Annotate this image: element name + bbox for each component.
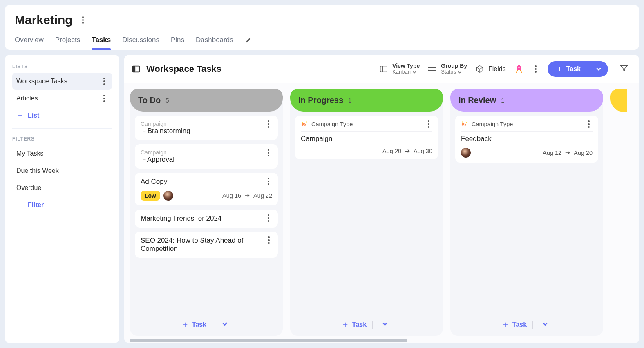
task-card[interactable]: Campaign└ Approval (135, 144, 278, 169)
card-dates: Aug 16Aug 22 (222, 192, 272, 199)
card-menu-icon[interactable] (585, 120, 593, 128)
filter-button[interactable] (616, 60, 632, 77)
fields-button[interactable]: Fields (475, 65, 506, 74)
column-body: Campaign└ BrainstormingCampaign└ Approva… (130, 112, 283, 313)
column-header[interactable]: In Review1 (450, 89, 603, 112)
cube-icon (475, 65, 484, 74)
card-title: Marketing Trends for 2024 (141, 214, 221, 223)
column-add-task-dropdown[interactable] (378, 319, 391, 330)
task-card[interactable]: Campaign TypeCampaignAug 20Aug 30 (295, 116, 438, 159)
group-by-label: Group By (441, 62, 467, 69)
board-column: In Review1Campaign TypeFeedbackAug 12Aug… (450, 89, 603, 336)
edit-tabs-icon[interactable] (245, 36, 252, 44)
column-add-task[interactable]: Task (502, 321, 527, 328)
card-menu-icon[interactable] (265, 120, 272, 128)
sidebar-list-item[interactable]: Workspace Tasks (12, 73, 112, 90)
column-add-task[interactable]: Task (181, 321, 206, 328)
column-header[interactable]: In Progress1 (290, 89, 443, 112)
sidebar-filter-item[interactable]: My Tasks (12, 145, 112, 162)
sidebar-filters-heading: FILTERS (12, 136, 112, 142)
new-task-button-group: Task (548, 61, 608, 77)
priority-pill: Low (141, 191, 160, 201)
add-filter-label: Filter (28, 201, 44, 209)
sidebar-filter-label: Due this Week (16, 167, 59, 174)
card-parent: Campaign (141, 120, 190, 127)
column-body: Campaign TypeCampaignAug 20Aug 30 (290, 112, 443, 313)
page-menu-icon[interactable] (79, 16, 87, 24)
column-add-task-dropdown[interactable] (218, 319, 231, 330)
plus-icon (16, 112, 24, 119)
tab-projects[interactable]: Projects (55, 36, 80, 50)
toolbar-more-icon[interactable] (532, 65, 539, 73)
arrow-right-icon (405, 148, 410, 154)
column-title: To Do (138, 96, 161, 105)
view-type-selector[interactable]: View Type Kanban (379, 62, 420, 75)
column-add-task[interactable]: Task (342, 321, 367, 328)
chevron-down-icon (382, 321, 388, 327)
arrow-right-icon (565, 150, 570, 156)
card-title: └ Approval (141, 156, 174, 164)
kanban-icon (379, 65, 388, 74)
handshake-icon (301, 120, 308, 128)
board-panel: Workspace Tasks View Type Kanban (124, 55, 639, 343)
card-tag: Campaign Type (311, 121, 353, 127)
board-title: Workspace Tasks (146, 64, 221, 74)
tab-dashboards[interactable]: Dashboards (196, 36, 233, 50)
task-card[interactable]: Ad CopyLowAug 16Aug 22 (135, 173, 278, 205)
card-menu-icon[interactable] (265, 214, 272, 222)
card-menu-icon[interactable] (265, 149, 272, 156)
sidebar-list-item[interactable]: Articles (12, 90, 112, 107)
add-list-label: List (28, 112, 39, 119)
card-dates: Aug 12Aug 20 (543, 149, 593, 156)
board-toolbar: Workspace Tasks View Type Kanban (124, 55, 639, 83)
list-item-menu-icon[interactable] (101, 78, 108, 85)
task-card[interactable]: SEO 2024: How to Stay Ahead of Competiti… (135, 232, 278, 258)
column-add-task-label: Task (192, 321, 206, 328)
group-by-selector[interactable]: Group By Status (428, 62, 467, 75)
column-header[interactable] (610, 89, 627, 112)
collapse-sidebar-icon[interactable] (132, 65, 141, 74)
sidebar-filter-item[interactable]: Due this Week (12, 162, 112, 179)
new-task-dropdown[interactable] (589, 61, 608, 77)
handshake-icon (461, 120, 468, 128)
tab-tasks[interactable]: Tasks (92, 36, 111, 50)
plus-icon (181, 321, 189, 328)
card-menu-icon[interactable] (425, 120, 432, 128)
card-menu-icon[interactable] (266, 236, 272, 244)
svg-point-5 (518, 67, 519, 68)
sidebar-filter-label: Overdue (16, 184, 41, 192)
add-list-button[interactable]: List (12, 107, 112, 124)
rocket-icon[interactable] (514, 64, 524, 74)
column-footer: Task (450, 313, 603, 336)
new-task-label: Task (566, 65, 581, 73)
board-column: In Progress1Campaign TypeCampaignAug 20A… (290, 89, 443, 336)
card-end-date: Aug 22 (253, 192, 272, 199)
task-card[interactable]: Marketing Trends for 2024 (135, 210, 278, 228)
tab-pins[interactable]: Pins (171, 36, 184, 50)
card-tag: Campaign Type (472, 121, 513, 127)
column-add-task-label: Task (352, 321, 367, 328)
list-item-menu-icon[interactable] (101, 95, 108, 102)
column-add-task-dropdown[interactable] (539, 319, 552, 330)
assignee-avatar[interactable] (163, 191, 173, 201)
board-columns[interactable]: To Do5Campaign└ BrainstormingCampaign└ A… (124, 83, 639, 339)
task-card[interactable]: Campaign TypeFeedbackAug 12Aug 20 (455, 116, 598, 163)
task-card[interactable]: Campaign└ Brainstorming (135, 116, 278, 140)
column-title: In Progress (298, 96, 343, 105)
arrow-right-icon (244, 193, 250, 199)
column-header[interactable]: To Do5 (130, 89, 283, 112)
tab-overview[interactable]: Overview (15, 36, 44, 50)
group-by-value: Status (441, 69, 456, 75)
horizontal-scrollbar[interactable] (124, 339, 639, 343)
sidebar-divider (12, 128, 112, 129)
new-task-button[interactable]: Task (548, 61, 589, 77)
add-filter-button[interactable]: Filter (12, 196, 112, 214)
card-menu-icon[interactable] (265, 178, 272, 185)
assignee-avatar[interactable] (461, 148, 471, 158)
sidebar-filter-item[interactable]: Overdue (12, 179, 112, 196)
card-start-date: Aug 16 (222, 192, 241, 199)
column-count: 1 (501, 97, 504, 104)
card-end-date: Aug 20 (574, 149, 593, 156)
tab-discussions[interactable]: Discussions (122, 36, 159, 50)
column-body: Campaign TypeFeedbackAug 12Aug 20 (450, 112, 603, 313)
